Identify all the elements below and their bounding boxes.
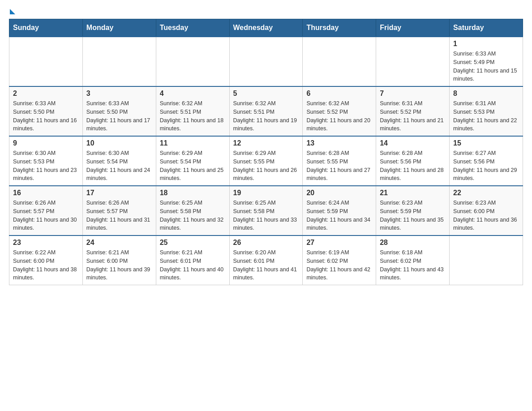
header-wednesday: Wednesday (229, 19, 303, 37)
day-number: 9 (13, 139, 79, 147)
day-info: Sunrise: 6:27 AMSunset: 5:56 PMDaylight:… (453, 149, 519, 183)
calendar-day-cell: 8Sunrise: 6:31 AMSunset: 5:53 PMDaylight… (450, 86, 523, 136)
calendar-day-cell: 5Sunrise: 6:32 AMSunset: 5:51 PMDaylight… (229, 86, 303, 136)
header-thursday: Thursday (303, 19, 376, 37)
day-info: Sunrise: 6:19 AMSunset: 6:02 PMDaylight:… (306, 248, 372, 282)
calendar-table: Sunday Monday Tuesday Wednesday Thursday… (9, 19, 523, 285)
calendar-day-cell: 19Sunrise: 6:25 AMSunset: 5:58 PMDayligh… (229, 186, 303, 235)
day-info: Sunrise: 6:21 AMSunset: 6:01 PMDaylight:… (160, 248, 226, 282)
calendar-week-row: 9Sunrise: 6:30 AMSunset: 5:53 PMDaylight… (9, 136, 523, 186)
day-info: Sunrise: 6:31 AMSunset: 5:53 PMDaylight:… (453, 99, 519, 133)
calendar-day-cell: 22Sunrise: 6:23 AMSunset: 6:00 PMDayligh… (450, 186, 523, 235)
day-number: 13 (306, 139, 372, 147)
day-number: 23 (13, 239, 79, 247)
calendar-day-cell (156, 37, 229, 86)
day-number: 3 (86, 90, 152, 98)
day-info: Sunrise: 6:29 AMSunset: 5:55 PMDaylight:… (233, 149, 299, 183)
day-number: 10 (86, 139, 152, 147)
day-info: Sunrise: 6:33 AMSunset: 5:49 PMDaylight:… (453, 50, 519, 83)
header-sunday: Sunday (9, 19, 83, 37)
day-info: Sunrise: 6:29 AMSunset: 5:54 PMDaylight:… (160, 149, 226, 183)
header-tuesday: Tuesday (156, 19, 229, 37)
day-number: 11 (160, 139, 226, 147)
calendar-day-cell: 16Sunrise: 6:26 AMSunset: 5:57 PMDayligh… (9, 186, 83, 235)
calendar-day-cell: 7Sunrise: 6:31 AMSunset: 5:52 PMDaylight… (376, 86, 450, 136)
day-number: 25 (160, 239, 226, 247)
day-info: Sunrise: 6:25 AMSunset: 5:58 PMDaylight:… (233, 199, 299, 232)
calendar-week-row: 1Sunrise: 6:33 AMSunset: 5:49 PMDaylight… (9, 37, 523, 86)
day-number: 28 (380, 239, 446, 247)
calendar-day-cell: 21Sunrise: 6:23 AMSunset: 5:59 PMDayligh… (376, 186, 450, 235)
day-number: 14 (380, 139, 446, 147)
day-info: Sunrise: 6:23 AMSunset: 6:00 PMDaylight:… (453, 199, 519, 232)
calendar-day-cell (82, 37, 156, 86)
page-header (9, 9, 523, 14)
day-info: Sunrise: 6:33 AMSunset: 5:50 PMDaylight:… (86, 99, 152, 133)
day-info: Sunrise: 6:24 AMSunset: 5:59 PMDaylight:… (306, 199, 372, 232)
day-number: 5 (233, 90, 299, 98)
day-number: 24 (86, 239, 152, 247)
calendar-day-cell: 1Sunrise: 6:33 AMSunset: 5:49 PMDaylight… (450, 37, 523, 86)
day-info: Sunrise: 6:30 AMSunset: 5:53 PMDaylight:… (13, 149, 79, 183)
calendar-day-cell: 9Sunrise: 6:30 AMSunset: 5:53 PMDaylight… (9, 136, 83, 186)
calendar-day-cell: 11Sunrise: 6:29 AMSunset: 5:54 PMDayligh… (156, 136, 229, 186)
day-number: 21 (380, 189, 446, 197)
day-info: Sunrise: 6:32 AMSunset: 5:51 PMDaylight:… (160, 99, 226, 133)
day-number: 1 (453, 40, 519, 48)
day-number: 18 (160, 189, 226, 197)
header-friday: Friday (376, 19, 450, 37)
day-info: Sunrise: 6:18 AMSunset: 6:02 PMDaylight:… (380, 248, 446, 282)
header-saturday: Saturday (450, 19, 523, 37)
day-info: Sunrise: 6:25 AMSunset: 5:58 PMDaylight:… (160, 199, 226, 232)
day-info: Sunrise: 6:26 AMSunset: 5:57 PMDaylight:… (86, 199, 152, 232)
calendar-day-cell: 17Sunrise: 6:26 AMSunset: 5:57 PMDayligh… (82, 186, 156, 235)
day-info: Sunrise: 6:32 AMSunset: 5:51 PMDaylight:… (233, 99, 299, 133)
day-number: 27 (306, 239, 372, 247)
day-number: 16 (13, 189, 79, 197)
header-monday: Monday (82, 19, 156, 37)
day-number: 17 (86, 189, 152, 197)
calendar-day-cell (450, 235, 523, 285)
day-info: Sunrise: 6:20 AMSunset: 6:01 PMDaylight:… (233, 248, 299, 282)
logo-text (9, 9, 15, 15)
calendar-week-row: 2Sunrise: 6:33 AMSunset: 5:50 PMDaylight… (9, 86, 523, 136)
calendar-day-cell: 3Sunrise: 6:33 AMSunset: 5:50 PMDaylight… (82, 86, 156, 136)
calendar-week-row: 23Sunrise: 6:22 AMSunset: 6:00 PMDayligh… (9, 235, 523, 285)
day-info: Sunrise: 6:31 AMSunset: 5:52 PMDaylight:… (380, 99, 446, 133)
calendar-day-cell: 24Sunrise: 6:21 AMSunset: 6:00 PMDayligh… (82, 235, 156, 285)
calendar-day-cell: 15Sunrise: 6:27 AMSunset: 5:56 PMDayligh… (450, 136, 523, 186)
calendar-day-cell: 4Sunrise: 6:32 AMSunset: 5:51 PMDaylight… (156, 86, 229, 136)
day-number: 20 (306, 189, 372, 197)
day-number: 22 (453, 189, 519, 197)
day-number: 8 (453, 90, 519, 98)
calendar-day-cell: 6Sunrise: 6:32 AMSunset: 5:52 PMDaylight… (303, 86, 376, 136)
calendar-day-cell: 13Sunrise: 6:28 AMSunset: 5:55 PMDayligh… (303, 136, 376, 186)
calendar-day-cell: 23Sunrise: 6:22 AMSunset: 6:00 PMDayligh… (9, 235, 83, 285)
day-number: 7 (380, 90, 446, 98)
calendar-day-cell (303, 37, 376, 86)
calendar-day-cell (376, 37, 450, 86)
calendar-day-cell (229, 37, 303, 86)
calendar-day-cell: 20Sunrise: 6:24 AMSunset: 5:59 PMDayligh… (303, 186, 376, 235)
calendar-day-cell: 26Sunrise: 6:20 AMSunset: 6:01 PMDayligh… (229, 235, 303, 285)
weekday-header-row: Sunday Monday Tuesday Wednesday Thursday… (9, 19, 523, 37)
day-number: 6 (306, 90, 372, 98)
day-number: 15 (453, 139, 519, 147)
day-number: 2 (13, 90, 79, 98)
day-info: Sunrise: 6:28 AMSunset: 5:56 PMDaylight:… (380, 149, 446, 183)
day-info: Sunrise: 6:30 AMSunset: 5:54 PMDaylight:… (86, 149, 152, 183)
calendar-day-cell: 12Sunrise: 6:29 AMSunset: 5:55 PMDayligh… (229, 136, 303, 186)
calendar-week-row: 16Sunrise: 6:26 AMSunset: 5:57 PMDayligh… (9, 186, 523, 235)
calendar-day-cell: 2Sunrise: 6:33 AMSunset: 5:50 PMDaylight… (9, 86, 83, 136)
day-number: 4 (160, 90, 226, 98)
day-info: Sunrise: 6:33 AMSunset: 5:50 PMDaylight:… (13, 99, 79, 133)
calendar-day-cell: 27Sunrise: 6:19 AMSunset: 6:02 PMDayligh… (303, 235, 376, 285)
calendar-day-cell: 28Sunrise: 6:18 AMSunset: 6:02 PMDayligh… (376, 235, 450, 285)
day-info: Sunrise: 6:26 AMSunset: 5:57 PMDaylight:… (13, 199, 79, 232)
calendar-day-cell: 18Sunrise: 6:25 AMSunset: 5:58 PMDayligh… (156, 186, 229, 235)
day-info: Sunrise: 6:28 AMSunset: 5:55 PMDaylight:… (306, 149, 372, 183)
day-info: Sunrise: 6:23 AMSunset: 5:59 PMDaylight:… (380, 199, 446, 232)
day-number: 26 (233, 239, 299, 247)
day-number: 12 (233, 139, 299, 147)
calendar-day-cell: 25Sunrise: 6:21 AMSunset: 6:01 PMDayligh… (156, 235, 229, 285)
